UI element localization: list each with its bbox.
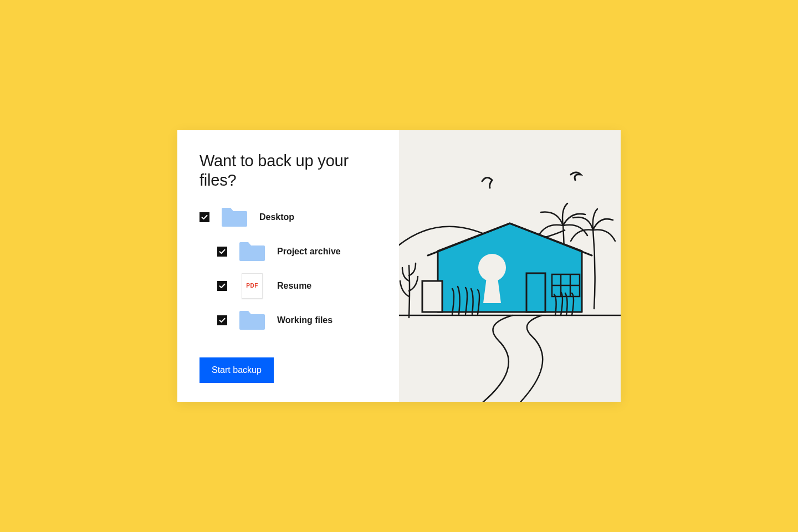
svg-point-7 xyxy=(478,254,506,282)
pdf-file-icon: PDF xyxy=(238,275,266,297)
folder-icon xyxy=(238,309,266,331)
folder-icon xyxy=(221,206,248,228)
backup-item-list: Desktop Project archive PDF Resume xyxy=(200,206,379,346)
dialog-title: Want to back up your files? xyxy=(200,151,379,191)
backup-illustration-panel xyxy=(399,130,621,402)
backup-item-label: Desktop xyxy=(259,212,294,222)
checkbox-checked-icon[interactable] xyxy=(217,281,227,291)
checkbox-checked-icon[interactable] xyxy=(200,212,209,222)
backup-dialog: Want to back up your files? Desktop Pro xyxy=(177,130,621,402)
backup-item-label: Project archive xyxy=(277,247,341,257)
backup-item-label: Resume xyxy=(277,281,311,291)
backup-item-desktop[interactable]: Desktop xyxy=(200,206,379,228)
house-keyhole-illustration-icon xyxy=(399,130,621,402)
svg-rect-1 xyxy=(422,281,442,312)
checkbox-checked-icon[interactable] xyxy=(217,315,227,325)
backup-item-working-files[interactable]: Working files xyxy=(200,309,379,331)
backup-panel-left: Want to back up your files? Desktop Pro xyxy=(177,130,399,402)
folder-icon xyxy=(238,241,266,263)
backup-item-project-archive[interactable]: Project archive xyxy=(200,241,379,263)
backup-item-resume[interactable]: PDF Resume xyxy=(200,275,379,297)
backup-item-label: Working files xyxy=(277,315,332,325)
checkbox-checked-icon[interactable] xyxy=(217,247,227,257)
start-backup-button[interactable]: Start backup xyxy=(200,357,274,383)
